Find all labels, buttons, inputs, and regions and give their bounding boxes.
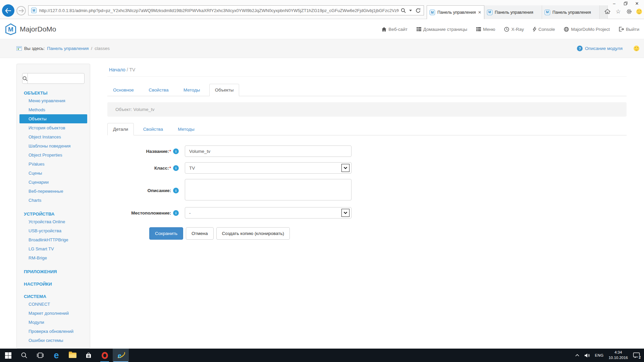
browser-back-button[interactable] (2, 4, 14, 17)
restore-button[interactable] (620, 0, 631, 7)
form-row-name: Название:* i (107, 145, 627, 157)
sidebar-item-connect[interactable]: CONNECT (17, 300, 90, 309)
name-input[interactable] (185, 145, 352, 157)
brand[interactable]: M MajorDoMo (5, 23, 56, 35)
sidebar-item-lg-smart-tv[interactable]: LG Smart TV (17, 244, 90, 253)
url-text[interactable]: http://127.0.0.1:81/admin.php?pd=pz_Y2xh… (39, 8, 399, 13)
language-indicator[interactable]: ENG (595, 353, 604, 357)
notification-center-button[interactable]: 2 (633, 352, 640, 358)
required-asterisk: * (169, 149, 171, 154)
tab-main[interactable]: Основное (107, 84, 140, 96)
sidebar-item-broadlink[interactable]: BroadlinkHTTPBrige (17, 235, 90, 244)
cancel-button[interactable]: Отмена (186, 227, 213, 240)
sidebar-item-methods[interactable]: Methods (17, 105, 90, 114)
nav-label: Console (538, 27, 555, 32)
taskbar-search-button[interactable] (16, 349, 32, 362)
browser-tab-3[interactable]: M Панель управления (542, 5, 600, 19)
save-button[interactable]: Сохранить (149, 227, 183, 240)
file-explorer-button[interactable] (64, 349, 80, 362)
nav-xray[interactable]: X-Ray (504, 27, 524, 32)
sidebar-item-system-errors[interactable]: Ошибки системы (17, 336, 90, 345)
info-icon[interactable]: i (173, 210, 179, 216)
clock[interactable]: 4:34 10.10.2016 (608, 350, 628, 360)
question-icon[interactable]: ? (577, 46, 583, 51)
sidebar-item-scenarios[interactable]: Сценарии (17, 178, 90, 187)
sidebar-item-devices-online[interactable]: Устройства Online (17, 217, 90, 226)
search-options-caret[interactable] (408, 6, 413, 15)
class-select[interactable]: TV (185, 162, 352, 174)
browser-forward-button[interactable] (16, 6, 26, 15)
refresh-icon[interactable] (414, 6, 422, 15)
nav-menu[interactable]: Меню (476, 27, 495, 32)
edge-button[interactable]: e (48, 349, 64, 362)
svg-text:M: M (8, 26, 13, 33)
sidebar-item-rm-brige[interactable]: RM-Brige (17, 253, 90, 262)
sidebar-item-object-properties[interactable]: Object Properties (17, 150, 90, 160)
task-view-button[interactable] (32, 349, 48, 362)
store-button[interactable] (80, 349, 97, 362)
browser-tab-1[interactable]: M Панель управления ✕ (427, 5, 484, 19)
sidebar-item-scenes[interactable]: Сцены (17, 169, 90, 178)
feedback-smiley-icon[interactable] (636, 9, 642, 14)
sign-out-icon (619, 27, 624, 32)
sidebar-section-applications[interactable]: ПРИЛОЖЕНИЯ (17, 269, 90, 275)
nav-console[interactable]: Console (533, 27, 555, 32)
info-icon[interactable]: i (173, 188, 179, 193)
favorites-star-icon[interactable]: ☆ (615, 8, 622, 15)
window-controls: – ✕ (608, 0, 643, 7)
majordomo-favicon: M (487, 10, 492, 15)
subtab-properties[interactable]: Свойства (138, 123, 169, 135)
settings-gear-icon[interactable] (626, 8, 632, 15)
search-icon[interactable] (399, 6, 408, 15)
sidebar-item-modules[interactable]: Модули (17, 318, 90, 327)
sidebar-section-system[interactable]: СИСТЕМА (17, 294, 90, 300)
form-row-location: Местоположение: i - (107, 207, 627, 219)
start-button[interactable] (0, 349, 16, 362)
info-icon[interactable]: i (173, 148, 179, 154)
clone-button[interactable]: Создать копию (клонировать) (216, 227, 290, 240)
tray-chevron-up-icon[interactable] (575, 354, 579, 357)
description-textarea[interactable] (185, 179, 352, 200)
chevron-down-icon[interactable] (341, 209, 350, 217)
home-icon[interactable] (604, 8, 611, 15)
minimize-button[interactable]: – (608, 0, 620, 7)
tab-properties[interactable]: Свойства (143, 84, 174, 96)
sidebar-section-settings[interactable]: НАСТРОЙКИ (17, 282, 90, 287)
module-description-link[interactable]: Описание модуля (585, 46, 623, 51)
breadcrumb-home-link[interactable]: Начало (109, 67, 125, 72)
sidebar-item-addons-market[interactable]: Маркет дополнений (17, 309, 90, 318)
nav-website[interactable]: Веб-сайт (382, 27, 408, 32)
store-bag-icon (85, 352, 92, 359)
tab-close-icon[interactable]: ✕ (478, 10, 481, 15)
sidebar-item-object-instances[interactable]: Object Instances (17, 132, 90, 141)
search-icon[interactable] (22, 73, 28, 83)
sidebar-item-objects[interactable]: Объекты (19, 114, 87, 123)
sidebar-item-update-check[interactable]: Проверка обновлений (17, 327, 90, 336)
sidebar-item-control-menu[interactable]: Меню управления (17, 96, 90, 105)
tab-objects[interactable]: Объекты (209, 84, 239, 96)
tab-methods[interactable]: Методы (178, 84, 206, 96)
sidebar-item-charts[interactable]: Charts (17, 196, 90, 205)
breadcrumb-panel-link[interactable]: Панель управления (47, 46, 89, 51)
subtab-details[interactable]: Детали (107, 123, 134, 135)
location-select[interactable]: - (185, 207, 352, 219)
nav-home-pages[interactable]: Домашние страницы (417, 27, 467, 32)
sidebar-item-pvalues[interactable]: PValues (17, 160, 90, 169)
info-icon[interactable]: i (173, 165, 179, 171)
speaker-icon[interactable] (584, 353, 590, 358)
nav-project[interactable]: MajorDoMo Project (564, 27, 610, 32)
subtab-methods[interactable]: Методы (172, 123, 200, 135)
address-bar[interactable]: M http://127.0.0.1:81/admin.php?pd=pz_Y2… (28, 5, 424, 15)
sidebar-item-behavior-templates[interactable]: Шаблоны поведения (17, 141, 90, 150)
internet-explorer-button[interactable]: e (113, 349, 129, 362)
browser-tab-2[interactable]: M Панель управления (484, 5, 542, 19)
smiley-icon[interactable] (634, 46, 639, 51)
chevron-down-icon[interactable] (341, 164, 350, 172)
sidebar-item-usb-devices[interactable]: USB-устройства (17, 226, 90, 235)
search-input[interactable] (28, 73, 90, 83)
sidebar-item-web-variables[interactable]: Веб-переменные (17, 187, 90, 196)
nav-logout[interactable]: Выйти (619, 27, 639, 32)
close-button[interactable]: ✕ (631, 0, 643, 7)
sidebar-item-object-history[interactable]: История объектов (17, 123, 90, 132)
opera-button[interactable] (97, 349, 113, 362)
